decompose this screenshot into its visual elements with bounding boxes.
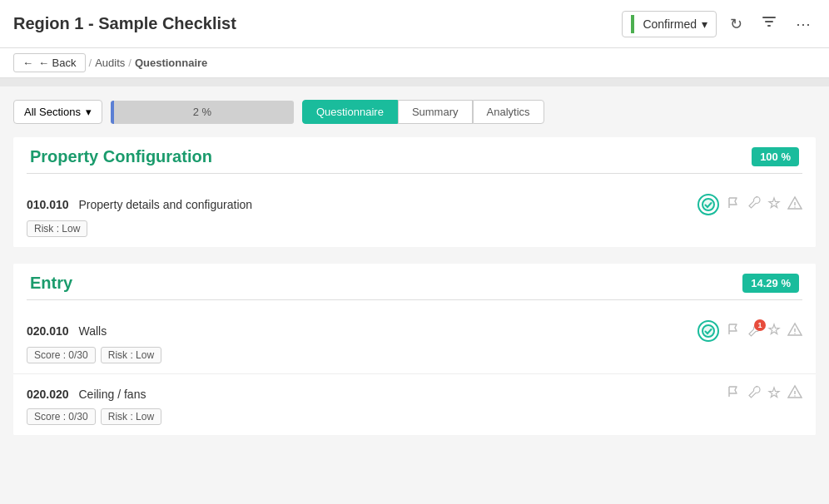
tabs-row: All Sections ▾ 2 % Questionnaire Summary… [13,100,816,124]
svg-point-3 [702,325,714,337]
all-sections-chevron: ▾ [86,106,92,118]
flag-icon-010010[interactable] [726,195,741,215]
all-sections-button[interactable]: All Sections ▾ [13,100,102,124]
header-right: Confirmed ▾ ↻ ⋯ [622,8,816,39]
section-header-property: Property Configuration 100 % [27,147,802,166]
warn-icon-020020[interactable] [787,384,802,403]
wrench-with-badge-020010[interactable]: 1 [747,324,761,338]
breadcrumb-questionnaire: Questionnaire [135,57,207,69]
check-button-020010[interactable] [697,320,719,342]
tag-risk-020020: Risk : Low [101,408,161,425]
section-badge-property: 100 % [752,147,799,166]
toolbar-strip [0,78,829,86]
checklist-item-020020: 020.020 Ceiling / fans [13,374,816,435]
tag-risk-010010: Risk : Low [27,220,87,237]
item-code-020010: 020.010 [27,324,69,338]
warn-icon-020010[interactable] [787,322,802,341]
ellipsis-icon: ⋯ [796,16,811,32]
flag-icon-020010[interactable] [726,322,741,341]
header: Region 1 - Sample Checklist Confirmed ▾ … [0,0,829,48]
item-label-020010: Walls [79,324,107,338]
back-button[interactable]: ← ← Back [13,53,86,72]
item-tags-020020: Score : 0/30 Risk : Low [27,408,802,425]
checklist-item-020010: 020.010 Walls 1 [13,310,816,374]
section-badge-entry: 14.29 % [742,274,799,293]
item-label-020020: Ceiling / fans [79,388,146,401]
flag-icon-020020[interactable] [726,384,741,403]
page-title: Region 1 - Sample Checklist [13,14,236,33]
tab-questionnaire[interactable]: Questionnaire [302,100,398,124]
section-title-entry: Entry [30,274,72,293]
item-label-010010: Property details and configuration [79,198,253,211]
status-label: Confirmed [643,17,697,31]
wrench-icon-020020[interactable] [747,386,761,403]
breadcrumb: ← ← Back / Audits / Questionnaire [0,48,829,78]
checklist-item-010010: 010.010 Property details and configurati… [13,184,816,247]
wrench-icon-010010[interactable] [747,196,761,213]
section-divider-property [27,173,802,174]
tag-score-020020: Score : 0/30 [27,408,96,425]
all-sections-label: All Sections [24,106,81,118]
star-icon-020010[interactable] [767,323,781,339]
wrench-badge-020010: 1 [754,319,766,331]
svg-point-0 [702,199,714,210]
check-button-010010[interactable] [697,194,719,215]
item-row-020020: 020.020 Ceiling / fans [27,384,802,403]
item-tags-020010: Score : 0/30 Risk : Low [27,347,802,363]
tab-buttons: Questionnaire Summary Analytics [302,100,544,124]
breadcrumb-sep-1: / [89,57,92,69]
section-divider-entry [27,299,802,300]
filter-button[interactable] [756,8,782,39]
section-entry: Entry 14.29 % 020.010 Walls [13,264,816,435]
back-arrow-icon: ← [22,57,33,69]
tab-analytics[interactable]: Analytics [473,100,544,124]
item-info-010010: 010.010 Property details and configurati… [27,198,252,211]
refresh-icon: ↻ [730,16,742,32]
breadcrumb-sep-2: / [128,57,132,69]
chevron-down-icon: ▾ [702,17,707,31]
star-icon-010010[interactable] [767,196,781,213]
filter-icon [761,17,777,33]
svg-point-2 [794,206,796,208]
status-dropdown[interactable]: Confirmed ▾ [622,11,717,37]
section-title-property: Property Configuration [30,147,212,166]
item-actions-020010: 1 [697,320,802,342]
main-content: All Sections ▾ 2 % Questionnaire Summary… [0,86,829,504]
item-info-020020: 020.020 Ceiling / fans [27,388,146,401]
item-row-010010: 010.010 Property details and configurati… [27,194,802,215]
status-bar-indicator [631,15,634,33]
tag-risk-020010: Risk : Low [101,347,161,363]
progress-bar: 2 % [111,101,294,124]
tab-summary[interactable]: Summary [398,100,473,124]
section-header-entry: Entry 14.29 % [27,274,802,293]
section-property-configuration: Property Configuration 100 % 010.010 Pro… [13,137,816,247]
item-tags-010010: Risk : Low [27,220,802,237]
more-button[interactable]: ⋯ [791,10,816,38]
refresh-button[interactable]: ↻ [725,10,747,38]
item-info-020010: 020.010 Walls [27,324,107,338]
progress-bar-fill [111,101,114,124]
progress-bar-label: 2 % [193,106,211,118]
star-icon-020020[interactable] [767,386,781,403]
breadcrumb-audits[interactable]: Audits [95,57,125,69]
item-actions-010010 [697,194,802,215]
item-code-020020: 020.020 [27,388,69,401]
svg-point-5 [794,333,796,334]
item-row-020010: 020.010 Walls 1 [27,320,802,342]
item-code-010010: 010.010 [27,198,69,211]
item-actions-020020 [726,384,802,403]
warn-icon-010010[interactable] [787,195,802,215]
tag-score-020010: Score : 0/30 [27,347,96,363]
svg-point-7 [794,395,796,397]
